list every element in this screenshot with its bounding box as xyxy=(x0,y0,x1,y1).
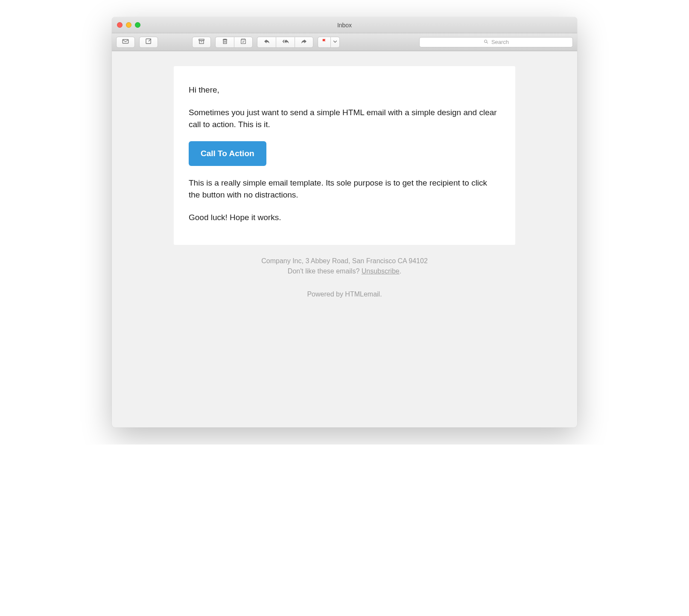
svg-point-6 xyxy=(485,40,487,42)
email-closing: Good luck! Hope it works. xyxy=(189,212,500,224)
unsub-suffix: . xyxy=(400,267,401,275)
forward-button[interactable] xyxy=(295,37,313,48)
get-mail-button[interactable] xyxy=(116,37,135,48)
chevron-down-icon xyxy=(331,38,339,47)
email-greeting: Hi there, xyxy=(189,84,500,96)
reply-icon xyxy=(263,38,271,47)
svg-rect-4 xyxy=(223,40,227,44)
powered-link[interactable]: HTMLemail xyxy=(345,291,380,298)
search-input[interactable]: Search xyxy=(419,37,573,47)
reply-button[interactable] xyxy=(257,37,276,48)
zoom-window-button[interactable] xyxy=(135,22,140,28)
toolbar: Search xyxy=(112,33,577,51)
powered-suffix: . xyxy=(380,291,382,298)
email-intro: Sometimes you just want to send a simple… xyxy=(189,107,500,131)
junk-button[interactable] xyxy=(234,37,253,48)
envelope-icon xyxy=(122,38,129,47)
archive-icon xyxy=(198,38,205,47)
flag-icon xyxy=(321,38,327,46)
unsub-prefix: Don't like these emails? xyxy=(288,267,362,275)
powered-prefix: Powered by xyxy=(307,291,345,298)
search-icon xyxy=(483,39,489,46)
footer-unsubscribe-line: Don't like these emails? Unsubscribe. xyxy=(174,266,515,276)
reply-all-icon xyxy=(282,38,289,47)
minimize-window-button[interactable] xyxy=(126,22,131,28)
close-window-button[interactable] xyxy=(117,22,123,28)
cta-button[interactable]: Call To Action xyxy=(189,141,266,166)
compose-icon xyxy=(145,38,152,47)
compose-button[interactable] xyxy=(139,37,158,48)
archive-button[interactable] xyxy=(192,37,211,48)
junk-icon xyxy=(239,38,247,47)
search-placeholder: Search xyxy=(491,39,509,45)
forward-icon xyxy=(300,38,308,47)
traffic-lights xyxy=(117,22,140,28)
email-body-text: This is a really simple email template. … xyxy=(189,177,500,201)
footer-powered-line: Powered by HTMLemail. xyxy=(174,289,515,299)
email-footer: Company Inc, 3 Abbey Road, San Francisco… xyxy=(174,245,515,299)
flag-button[interactable] xyxy=(318,37,330,48)
unsubscribe-link[interactable]: Unsubscribe xyxy=(362,267,400,275)
window-title: Inbox xyxy=(112,22,577,29)
svg-rect-3 xyxy=(199,40,204,44)
trash-icon xyxy=(221,38,229,47)
reply-all-button[interactable] xyxy=(276,37,295,48)
mail-window: Inbox xyxy=(112,17,577,427)
flag-menu-button[interactable] xyxy=(330,37,340,48)
titlebar: Inbox xyxy=(112,17,577,33)
footer-address: Company Inc, 3 Abbey Road, San Francisco… xyxy=(174,256,515,266)
message-viewer: Hi there, Sometimes you just want to sen… xyxy=(112,51,577,427)
email-body: Hi there, Sometimes you just want to sen… xyxy=(174,66,515,245)
delete-button[interactable] xyxy=(215,37,234,48)
